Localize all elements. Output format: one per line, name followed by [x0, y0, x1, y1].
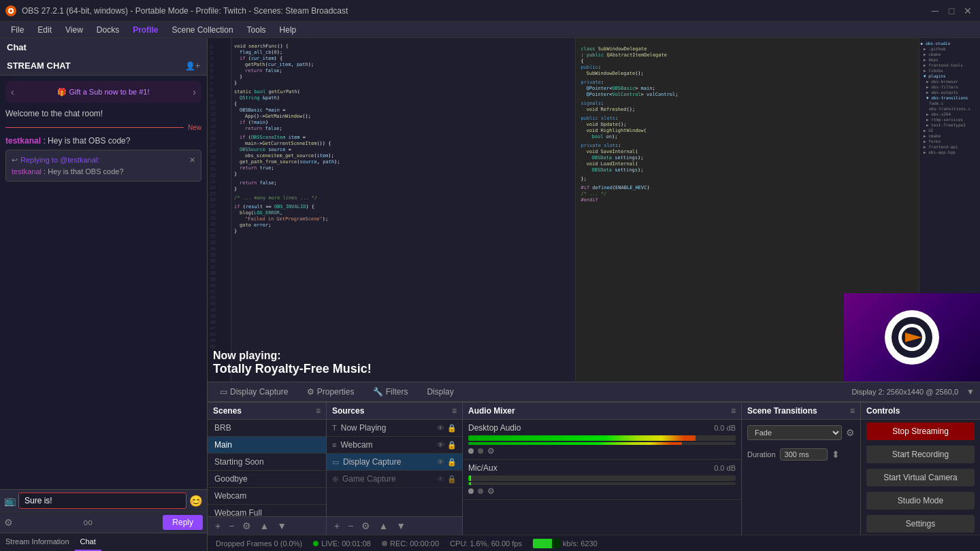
- sources-list: T Now Playing 👁 🔒 ≡ Webcam: [327, 420, 462, 516]
- scene-remove-button[interactable]: −: [227, 520, 236, 532]
- rec-status: REC: 00:00:00: [382, 539, 439, 548]
- menu-view[interactable]: View: [60, 24, 88, 36]
- maximize-button[interactable]: □: [945, 4, 958, 18]
- scene-settings-icon[interactable]: ⚙: [240, 520, 253, 532]
- audio-mixer-header: Audio Mixer ≡: [463, 403, 741, 420]
- chat-settings-icon[interactable]: ⚙: [4, 517, 13, 528]
- duration-stepper-icon[interactable]: ⬍: [832, 449, 840, 460]
- scene-item-starting-soon[interactable]: Starting Soon: [208, 454, 326, 471]
- tab-filters[interactable]: 🔧 Filters: [366, 386, 414, 398]
- source-settings-icon[interactable]: ⚙: [359, 520, 372, 532]
- menu-scene-collection[interactable]: Scene Collection: [167, 24, 239, 36]
- add-user-icon[interactable]: 👤+: [185, 61, 200, 71]
- controls-panel: Controls Stop Streaming Start Recording …: [861, 403, 980, 535]
- reply-to-label: Replying to @testkanal:: [20, 156, 189, 164]
- source-item-display-capture[interactable]: ▭ Display Capture 👁 🔒: [327, 454, 462, 471]
- source-add-button[interactable]: +: [332, 520, 342, 532]
- desktop-audio-settings-icon[interactable]: ⚙: [487, 446, 495, 456]
- promo-right-arrow[interactable]: ›: [193, 86, 196, 97]
- scene-item-webcam-full[interactable]: Webcam Full: [208, 505, 326, 516]
- scene-item-brb[interactable]: BRB: [208, 420, 326, 437]
- tab-stream-information[interactable]: Stream Information: [0, 533, 75, 551]
- sources-menu-icon[interactable]: ≡: [452, 406, 457, 416]
- source-game-eye-icon[interactable]: 👁: [437, 475, 444, 484]
- tab-chat[interactable]: Chat: [75, 533, 101, 551]
- source-webcam-eye-icon[interactable]: 👁: [437, 441, 444, 450]
- menu-help[interactable]: Help: [274, 24, 302, 36]
- display-dropdown-icon[interactable]: ▼: [966, 387, 975, 397]
- source-display-lock-icon[interactable]: 🔒: [447, 458, 457, 467]
- scene-item-webcam[interactable]: Webcam: [208, 488, 326, 505]
- stop-streaming-button[interactable]: Stop Streaming: [866, 422, 975, 440]
- obs-logo: [885, 310, 939, 365]
- menu-edit[interactable]: Edit: [32, 24, 57, 36]
- duration-input[interactable]: [780, 448, 828, 461]
- display-capture-label: Display Capture: [230, 387, 288, 397]
- menu-file[interactable]: File: [5, 24, 29, 36]
- reply-target-username: testkanal: [12, 167, 42, 176]
- source-webcam-lock-icon[interactable]: 🔒: [447, 441, 457, 450]
- tab-display-capture[interactable]: ▭ Display Capture: [213, 386, 295, 398]
- mic-meter-fill-2: [468, 482, 471, 485]
- emoji-button[interactable]: 😊: [189, 495, 203, 507]
- source-move-down-icon[interactable]: ▼: [394, 520, 408, 532]
- transitions-menu-icon[interactable]: ≡: [850, 406, 855, 416]
- source-display-eye-icon[interactable]: 👁: [437, 458, 444, 467]
- chat-colon: :: [43, 136, 45, 146]
- chat-welcome-message: Welcome to the chat room!: [5, 108, 201, 120]
- studio-mode-button[interactable]: Studio Mode: [866, 492, 975, 510]
- scene-add-button[interactable]: +: [213, 520, 223, 532]
- start-virtual-camera-button[interactable]: Start Virtual Camera: [866, 469, 975, 486]
- minimize-button[interactable]: ─: [928, 4, 942, 18]
- close-button[interactable]: ✕: [961, 4, 975, 18]
- scenes-menu-icon[interactable]: ≡: [316, 406, 321, 416]
- filters-label: 🔧 Filters: [373, 387, 408, 397]
- settings-button[interactable]: Settings: [866, 515, 975, 533]
- audio-mixer-label: Audio Mixer: [468, 406, 515, 416]
- source-lock-icon[interactable]: 🔒: [447, 424, 457, 433]
- promo-left-arrow[interactable]: ‹: [11, 86, 14, 97]
- scene-item-main[interactable]: Main: [208, 437, 326, 454]
- source-item-now-playing[interactable]: T Now Playing 👁 🔒: [327, 420, 462, 437]
- reply-button[interactable]: Reply: [163, 515, 203, 530]
- source-move-up-icon[interactable]: ▲: [376, 520, 390, 532]
- mic-audio-muteicon[interactable]: [478, 488, 483, 494]
- source-actions: 👁 🔒: [437, 424, 457, 433]
- chat-username[interactable]: testkanal: [5, 136, 41, 146]
- desktop-audio-controls: ⚙: [468, 446, 736, 456]
- transition-type-select[interactable]: Fade: [747, 425, 842, 440]
- source-remove-button[interactable]: −: [346, 520, 355, 532]
- close-reply-button[interactable]: ✕: [189, 156, 195, 165]
- menu-tools[interactable]: Tools: [242, 24, 272, 36]
- duration-label: Duration: [747, 450, 776, 458]
- source-game-lock-icon[interactable]: 🔒: [447, 475, 457, 484]
- tab-display[interactable]: Display: [420, 386, 460, 398]
- start-recording-button[interactable]: Start Recording: [866, 446, 975, 463]
- mic-audio-volicon[interactable]: [468, 488, 474, 494]
- mic-audio-settings-icon[interactable]: ⚙: [487, 486, 495, 496]
- source-eye-icon[interactable]: 👁: [437, 424, 444, 433]
- menu-docks[interactable]: Docks: [91, 24, 125, 36]
- transition-settings-icon[interactable]: ⚙: [846, 427, 855, 438]
- audio-mixer-menu-icon[interactable]: ≡: [731, 406, 736, 416]
- source-item-game-capture[interactable]: ⊕ Game Capture 👁 🔒: [327, 471, 462, 488]
- source-display-icon: ▭: [332, 458, 339, 467]
- tab-properties[interactable]: ⚙ Properties: [300, 386, 361, 398]
- live-status: LIVE: 00:01:08: [313, 539, 371, 548]
- scene-move-up-icon[interactable]: ▲: [257, 520, 271, 532]
- controls-label: Controls: [866, 406, 900, 416]
- desktop-audio-volicon[interactable]: [468, 448, 474, 454]
- scene-move-down-icon[interactable]: ▼: [275, 520, 289, 532]
- preview-area: 12345 678910 1112131415 1617181920 21222…: [208, 38, 980, 382]
- source-webcam-label: Webcam: [340, 440, 433, 450]
- now-playing-label: Now playing:: [213, 350, 372, 362]
- mic-audio-controls: ⚙: [468, 486, 736, 496]
- rec-time-text: REC: 00:00:00: [390, 539, 439, 548]
- source-item-webcam[interactable]: ≡ Webcam 👁 🔒: [327, 437, 462, 454]
- live-time-text: LIVE: 00:01:08: [321, 539, 371, 548]
- menu-profile[interactable]: Profile: [127, 24, 163, 36]
- scene-item-goodbye[interactable]: Goodbye: [208, 471, 326, 488]
- desktop-audio-muteicon[interactable]: [478, 448, 483, 454]
- source-text-icon: T: [332, 424, 337, 432]
- chat-input[interactable]: [18, 492, 186, 509]
